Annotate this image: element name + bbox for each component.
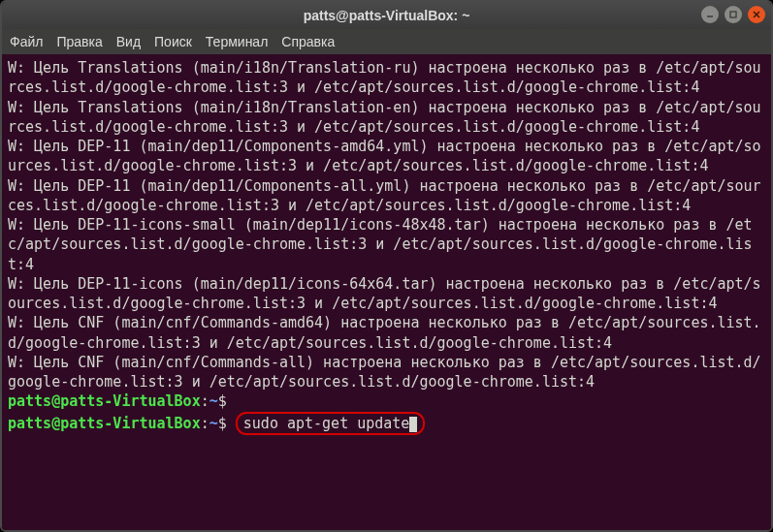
- maximize-button[interactable]: [725, 6, 742, 23]
- prompt-symbol: $: [218, 392, 227, 410]
- command-highlight: sudo apt-get update: [236, 412, 426, 435]
- window-controls: [701, 6, 765, 23]
- terminal-output-line: W: Цель Translations (main/i18n/Translat…: [8, 59, 761, 96]
- terminal-output-line: W: Цель CNF (main/cnf/Commands-all) наст…: [8, 354, 761, 391]
- prompt-colon: :: [201, 415, 209, 432]
- prompt-user-host: patts@patts-VirtualBox: [8, 415, 201, 432]
- terminal-output-line: W: Цель CNF (main/cnf/Commands-amd64) на…: [8, 314, 761, 351]
- prompt-colon: :: [201, 392, 209, 410]
- prompt-symbol: $: [218, 415, 227, 432]
- svg-rect-1: [730, 12, 736, 17]
- menu-search[interactable]: Поиск: [154, 34, 192, 49]
- terminal-output-line: W: Цель DEP-11-icons-small (main/dep11/i…: [8, 216, 753, 273]
- command-input: sudo apt-get update: [243, 415, 410, 432]
- prompt-path: ~: [209, 392, 218, 410]
- cursor: [409, 417, 417, 432]
- menu-terminal[interactable]: Терминал: [206, 34, 268, 49]
- menubar: Файл Правка Вид Поиск Терминал Справка: [2, 29, 771, 54]
- titlebar: patts@patts-VirtualBox: ~: [2, 2, 771, 29]
- terminal-output-line: W: Цель DEP-11 (main/dep11/Components-am…: [8, 138, 761, 174]
- menu-view[interactable]: Вид: [116, 34, 141, 49]
- terminal-output-line: W: Цель DEP-11-icons (main/dep11/icons-6…: [8, 275, 761, 312]
- menu-file[interactable]: Файл: [10, 34, 43, 49]
- terminal-output-line: W: Цель DEP-11 (main/dep11/Components-al…: [8, 177, 761, 214]
- terminal-body[interactable]: W: Цель Translations (main/i18n/Translat…: [2, 54, 771, 530]
- prompt-user-host: patts@patts-VirtualBox: [8, 392, 201, 410]
- minimize-button[interactable]: [701, 6, 719, 23]
- window-title: patts@patts-VirtualBox: ~: [304, 8, 470, 23]
- menu-help[interactable]: Справка: [281, 34, 335, 49]
- menu-edit[interactable]: Правка: [56, 34, 102, 49]
- terminal-window: patts@patts-VirtualBox: ~ Файл Правка Ви…: [0, 0, 773, 532]
- close-button[interactable]: [748, 6, 765, 23]
- terminal-output-line: W: Цель Translations (main/i18n/Translat…: [8, 99, 761, 136]
- prompt-path: ~: [209, 415, 218, 432]
